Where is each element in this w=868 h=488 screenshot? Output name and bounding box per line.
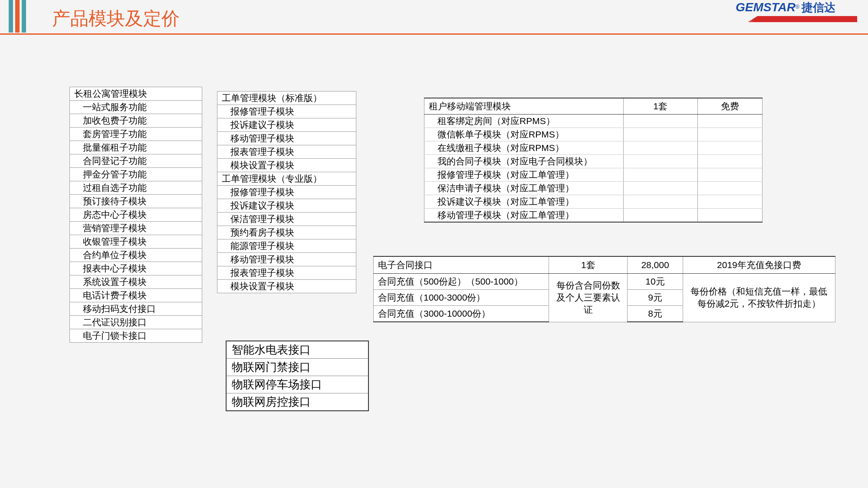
table-row: 预订接待子模块 — [70, 195, 202, 208]
table-row: 营销管理子模块 — [70, 222, 202, 235]
table-row: 物联网停车场接口 — [226, 376, 368, 393]
table-row: 合约单位子模块 — [70, 249, 202, 262]
table-row: 报修管理子模块 — [217, 186, 356, 199]
table-row: 过租自选子功能 — [70, 181, 202, 195]
table-header: 工单管理模块（专业版） — [217, 172, 356, 186]
table-row: 投诉建议子模块 — [217, 199, 356, 213]
table-row: 投诉建议子模块 — [217, 118, 356, 132]
table-row: 能源管理子模块 — [217, 239, 356, 253]
logo-swoosh-icon — [736, 16, 857, 22]
table-row: 收银管理子模块 — [70, 235, 202, 249]
page-title: 产品模块及定价 — [52, 7, 180, 31]
table-row: 物联网房控接口 — [226, 393, 368, 411]
table-row: 保洁申请子模块（对应工单管理） — [424, 182, 624, 195]
module-table-apartment: 长租公寓管理模块 一站式服务功能 加收包费子功能 套房管理子功能 批量催租子功能… — [69, 87, 202, 343]
table-row: 电子门锁卡接口 — [70, 329, 202, 343]
table-header: 租户移动端管理模块 — [424, 98, 624, 115]
table-row: 房态中心子模块 — [70, 208, 202, 222]
table-row: 二代证识别接口 — [70, 316, 202, 329]
table-row: 移动管理子模块（对应工单管理） — [424, 209, 624, 223]
table-cell: 合同充值（500份起）（500-1000） — [374, 274, 549, 290]
table-header: 免费 — [697, 98, 762, 115]
table-row: 报修管理子模块（对应工单管理） — [424, 168, 624, 182]
table-header: 1套 — [549, 256, 628, 274]
logo-registered-icon: ® — [796, 4, 799, 10]
module-table-iot: 智能水电表接口 物联网门禁接口 物联网停车场接口 物联网房控接口 — [226, 341, 369, 411]
table-row: 系统设置子模块 — [70, 275, 202, 289]
table-header: 工单管理模块（标准版） — [217, 92, 356, 105]
table-row: 报表管理子模块 — [217, 266, 356, 280]
table-cell: 9元 — [628, 290, 683, 306]
table-header: 电子合同接口 — [374, 256, 549, 274]
table-row: 加收包费子功能 — [70, 114, 202, 128]
company-logo: GEMSTAR®捷信达 — [736, 0, 857, 26]
table-row: 移动扫码支付接口 — [70, 302, 202, 316]
table-row: 批量催租子功能 — [70, 141, 202, 154]
table-row: 模块设置子模块 — [217, 159, 356, 172]
table-header: 1套 — [623, 98, 697, 115]
table-row: 押金分管子功能 — [70, 168, 202, 181]
table-row: 保洁管理子模块 — [217, 213, 356, 226]
table-cell: 合同充值（3000-10000份） — [374, 306, 549, 322]
table-row: 模块设置子模块 — [217, 280, 356, 293]
table-row: 智能水电表接口 — [226, 341, 368, 359]
table-header: 2019年充值免接口费 — [683, 256, 835, 274]
table-row: 一站式服务功能 — [70, 101, 202, 114]
slide-header: 产品模块及定价 GEMSTAR®捷信达 — [0, 0, 868, 35]
table-row: 报表中心子模块 — [70, 262, 202, 275]
table-row: 投诉建议子模块（对应工单管理） — [424, 195, 624, 209]
table-row: 报表管理子模块 — [217, 145, 356, 159]
table-row: 微信帐单子模块（对应RPMS） — [424, 128, 624, 141]
table-row: 我的合同子模块（对应电子合同模块） — [424, 155, 624, 168]
table-row: 预约看房子模块 — [217, 226, 356, 239]
table-row: 报修管理子模块 — [217, 105, 356, 118]
table-row: 电话计费子模块 — [70, 289, 202, 302]
table-cell: 8元 — [628, 306, 683, 322]
table-row: 合同登记子功能 — [70, 154, 202, 168]
table-header: 28,000 — [628, 256, 683, 274]
table-row: 移动管理子模块 — [217, 132, 356, 145]
table-cell: 合同充值（1000-3000份） — [374, 290, 549, 306]
table-cell-note: 每份价格（和短信充值一样，最低每份减2元，不按软件折扣走） — [683, 274, 835, 322]
table-row: 在线缴租子模块（对应RPMS） — [424, 141, 624, 155]
module-table-workorder: 工单管理模块（标准版） 报修管理子模块 投诉建议子模块 移动管理子模块 报表管理… — [217, 91, 356, 293]
table-row: 套房管理子功能 — [70, 128, 202, 141]
table-row: 租客绑定房间（对应RPMS） — [424, 115, 624, 128]
module-table-tenant-mobile: 租户移动端管理模块 1套 免费 租客绑定房间（对应RPMS） 微信帐单子模块（对… — [424, 98, 763, 223]
table-cell: 10元 — [628, 274, 683, 290]
table-row: 物联网门禁接口 — [226, 359, 368, 376]
header-stripes-icon — [9, 0, 26, 33]
table-cell-note: 每份含合同份数及个人三要素认证 — [549, 274, 628, 322]
table-header: 长租公寓管理模块 — [70, 87, 202, 101]
logo-text-cn: 捷信达 — [802, 1, 835, 14]
table-row: 移动管理子模块 — [217, 253, 356, 266]
logo-text-en: GEMSTAR — [736, 0, 796, 14]
module-table-econtract: 电子合同接口 1套 28,000 2019年充值免接口费 合同充值（500份起）… — [373, 256, 835, 322]
